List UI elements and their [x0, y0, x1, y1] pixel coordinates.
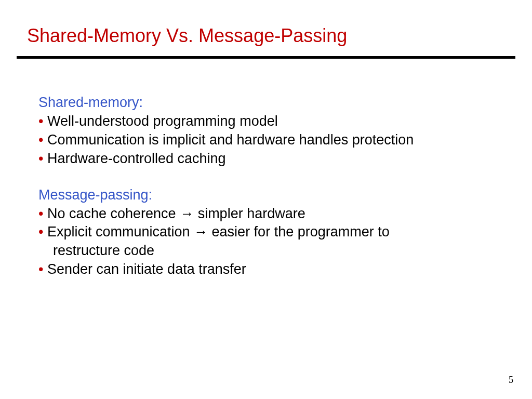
bullet-text: Hardware-controlled caching	[47, 151, 226, 166]
bullet-text: Communication is implicit and hardware h…	[47, 132, 414, 148]
bullet-item: • Explicit communication → easier for th…	[38, 223, 496, 260]
text-post: simpler hardware	[194, 206, 305, 221]
bullet-text: No cache coherence → simpler hardware	[47, 206, 305, 221]
horizontal-rule	[17, 56, 515, 59]
bullet-item: • Well-understood programming model	[38, 112, 496, 131]
slide-body: Shared-memory: • Well-understood program…	[38, 94, 496, 279]
bullet-icon: •	[38, 261, 47, 277]
arrow-icon: →	[194, 224, 208, 240]
bullet-icon: •	[38, 151, 47, 166]
bullet-icon: •	[38, 132, 47, 148]
slide-title: Shared-Memory Vs. Message-Passing	[27, 25, 347, 47]
bullet-item: • Hardware-controlled caching	[38, 150, 496, 168]
bullet-text: Explicit communication → easier for the …	[47, 224, 390, 240]
page-number: 5	[509, 375, 513, 385]
bullet-item: • Sender can initiate data transfer	[38, 260, 496, 279]
text-post: easier for the programmer to	[208, 224, 390, 240]
bullet-icon: •	[38, 224, 47, 240]
spacer	[38, 168, 496, 186]
section-heading-shared-memory: Shared-memory:	[38, 94, 496, 112]
section-heading-message-passing: Message-passing:	[38, 186, 496, 205]
bullet-icon: •	[38, 206, 47, 221]
slide: Shared-Memory Vs. Message-Passing Shared…	[0, 0, 532, 399]
bullet-item: • Communication is implicit and hardware…	[38, 131, 496, 150]
bullet-icon: •	[38, 113, 47, 129]
text-pre: No cache coherence	[47, 206, 180, 221]
text-pre: Explicit communication	[47, 224, 194, 240]
bullet-text: Well-understood programming model	[47, 113, 278, 129]
arrow-icon: →	[180, 206, 194, 221]
bullet-text: Sender can initiate data transfer	[47, 261, 246, 277]
bullet-item: • No cache coherence → simpler hardware	[38, 205, 496, 223]
bullet-continuation: restructure code	[38, 242, 496, 260]
